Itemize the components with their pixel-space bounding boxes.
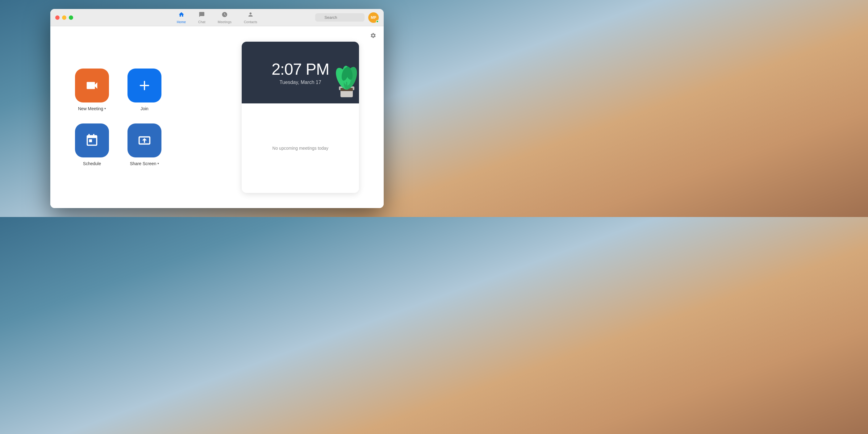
clock-date: Tuesday, March 17 xyxy=(279,80,321,85)
action-grid: New Meeting ▾ Join Schedule xyxy=(75,68,161,166)
new-meeting-label: New Meeting ▾ xyxy=(78,106,106,111)
traffic-lights xyxy=(55,16,73,20)
avatar-status-dot xyxy=(376,20,379,23)
share-screen-chevron: ▾ xyxy=(157,162,159,165)
nav-tabs: Home Chat Meetings Contacts xyxy=(171,9,264,26)
action-item-schedule[interactable]: Schedule xyxy=(75,123,109,166)
svg-rect-6 xyxy=(346,82,347,90)
chat-icon xyxy=(199,11,205,19)
search-wrapper: 🔍 xyxy=(315,13,365,22)
app-window: Home Chat Meetings Contacts xyxy=(50,9,384,208)
avatar-button[interactable]: MP xyxy=(368,12,379,23)
tab-home[interactable]: Home xyxy=(171,9,192,26)
meetings-icon xyxy=(222,11,228,19)
clock-time: 2:07 PM xyxy=(272,60,329,79)
minimize-button[interactable] xyxy=(62,16,66,20)
share-screen-button[interactable] xyxy=(127,123,161,157)
new-meeting-button[interactable] xyxy=(75,68,109,102)
settings-button[interactable] xyxy=(370,32,376,40)
tab-contacts-label: Contacts xyxy=(244,20,257,24)
join-label: Join xyxy=(141,106,149,111)
calendar-panel: 2:07 PM Tuesday, March 17 xyxy=(242,42,359,193)
close-button[interactable] xyxy=(55,16,60,20)
tab-meetings[interactable]: Meetings xyxy=(212,9,238,26)
tab-chat-label: Chat xyxy=(198,20,205,24)
tab-meetings-label: Meetings xyxy=(218,20,231,24)
calendar-body: No upcoming meetings today xyxy=(242,103,359,193)
home-icon xyxy=(178,11,184,19)
join-button[interactable] xyxy=(127,68,161,102)
avatar-initials: MP xyxy=(371,16,376,20)
action-item-join[interactable]: Join xyxy=(127,68,161,111)
tab-contacts[interactable]: Contacts xyxy=(238,9,263,26)
tab-home-label: Home xyxy=(177,20,186,24)
share-screen-label: Share Screen ▾ xyxy=(130,161,159,166)
no-meetings-text: No upcoming meetings today xyxy=(272,146,328,151)
search-input[interactable] xyxy=(315,13,365,22)
schedule-label: Schedule xyxy=(83,161,101,166)
action-item-new-meeting[interactable]: New Meeting ▾ xyxy=(75,68,109,111)
contacts-icon xyxy=(248,11,254,19)
maximize-button[interactable] xyxy=(69,16,73,20)
main-content: New Meeting ▾ Join Schedule xyxy=(50,26,384,208)
tab-chat[interactable]: Chat xyxy=(192,9,212,26)
new-meeting-chevron: ▾ xyxy=(104,107,106,110)
schedule-button[interactable] xyxy=(75,123,109,157)
action-item-share-screen[interactable]: Share Screen ▾ xyxy=(127,123,161,166)
title-bar: Home Chat Meetings Contacts xyxy=(50,9,384,26)
plant-illustration xyxy=(334,45,359,103)
title-bar-right: 🔍 MP xyxy=(315,12,379,23)
clock-header: 2:07 PM Tuesday, March 17 xyxy=(242,42,359,103)
